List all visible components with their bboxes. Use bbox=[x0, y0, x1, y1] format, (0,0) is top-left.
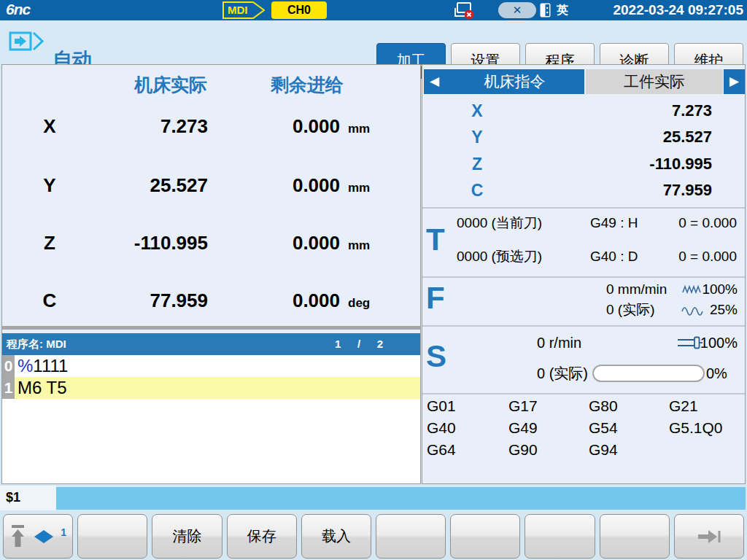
feed-value: 0 mm/min bbox=[606, 279, 667, 300]
gcode: G80 bbox=[589, 396, 618, 416]
softkey-empty-6[interactable] bbox=[376, 514, 446, 559]
axis-name: Y bbox=[465, 128, 489, 147]
nav-bar: 自动 加工 设置 程序 诊断 维护 bbox=[0, 20, 747, 64]
length-comp: G49 : H bbox=[590, 213, 638, 233]
program-code-view: 0 %1111 1 M6 T5 bbox=[2, 355, 420, 483]
axis-actual: 7.273 bbox=[87, 115, 208, 138]
program-header: 程序名: MDI 1 / 2 bbox=[2, 333, 420, 355]
cmd-axis-row-z: Z -110.995 bbox=[422, 155, 745, 175]
divider bbox=[422, 207, 745, 209]
line-separator: / bbox=[357, 333, 360, 355]
axis-row-y: Y 25.527 0.000 mm bbox=[2, 174, 420, 198]
axis-remaining: 0.000 bbox=[225, 289, 340, 312]
axis-remaining: 0.000 bbox=[225, 115, 340, 138]
axis-actual: -110.995 bbox=[87, 232, 208, 254]
gcode: G17 bbox=[508, 396, 538, 416]
gcode: G5.1Q0 bbox=[669, 418, 723, 438]
network-error-icon bbox=[452, 1, 476, 20]
ime-close-icon[interactable]: ✕ bbox=[498, 2, 536, 18]
softkey-bar: 1 清除 保存 载入 bbox=[0, 514, 747, 559]
gcode: G64 bbox=[427, 440, 456, 460]
softkey-clear[interactable]: 清除 bbox=[152, 514, 222, 559]
highlighted-code-line: M6 T5 bbox=[15, 377, 420, 399]
ime-keyboard-icon[interactable] bbox=[540, 3, 551, 18]
cmd-axis-row-y: Y 25.527 bbox=[422, 128, 745, 148]
top-status-bar: 6nc MDI CH0 ✕ 英 2022-03-24 09:27:05 bbox=[0, 0, 747, 20]
column-header-actual: 机床实际 bbox=[109, 73, 233, 97]
softkey-empty-9[interactable] bbox=[600, 514, 670, 559]
axis-actual: 77.959 bbox=[87, 289, 208, 312]
arrow-up-to-bar-icon bbox=[9, 524, 27, 549]
code-line-1[interactable]: 1 M6 T5 bbox=[2, 377, 420, 399]
softkey-load[interactable]: 载入 bbox=[301, 514, 371, 559]
divider bbox=[422, 325, 745, 327]
code-text: M6 T5 bbox=[18, 378, 67, 397]
softkey-return-top[interactable]: 1 bbox=[3, 514, 73, 559]
line-number: 1 bbox=[2, 377, 15, 399]
channel-button[interactable]: CH0 bbox=[271, 1, 327, 19]
coords-pager-left-icon[interactable]: ◀ bbox=[424, 69, 445, 94]
axis-row-x: X 7.273 0.000 mm bbox=[2, 115, 420, 139]
feed-row-command: 0 mm/min 100% bbox=[422, 279, 745, 300]
axis-value: 7.273 bbox=[551, 101, 712, 120]
spindle-load-percent: 0% bbox=[706, 363, 727, 384]
position-display: 机床实际 剩余进给 X 7.273 0.000 mm Y 25.527 0.00… bbox=[2, 65, 420, 330]
tool-row-current: 0000 (当前刀) G49 : H 0 = 0.000 bbox=[422, 213, 745, 233]
axis-unit: mm bbox=[348, 122, 370, 136]
spindle-row-command: 0 r/min 100% bbox=[422, 332, 745, 353]
axis-remaining: 0.000 bbox=[225, 174, 340, 197]
softkey-empty-7[interactable] bbox=[450, 514, 520, 559]
datetime-display: 2022-03-24 09:27:05 bbox=[613, 2, 743, 18]
arrow-right-to-bar-icon bbox=[697, 529, 721, 545]
axis-unit: deg bbox=[348, 296, 370, 311]
tab-machine-command[interactable]: 机床指令 bbox=[445, 69, 584, 94]
mdi-badge-label: MDI bbox=[228, 4, 248, 16]
jog-override-percent: 25% bbox=[691, 300, 738, 320]
code-line-0[interactable]: 0 %1111 bbox=[2, 355, 420, 377]
axis-actual: 25.527 bbox=[87, 174, 208, 197]
softkey-empty-8[interactable] bbox=[525, 514, 595, 559]
comp-value: 0 = 0.000 bbox=[678, 213, 737, 233]
gcode: G54 bbox=[589, 418, 618, 438]
line-number: 0 bbox=[2, 355, 15, 377]
axis-unit: mm bbox=[348, 238, 370, 253]
axis-value: -110.995 bbox=[551, 155, 712, 174]
axis-row-z: Z -110.995 0.000 mm bbox=[2, 232, 420, 255]
language-indicator[interactable]: 英 bbox=[557, 3, 568, 18]
auto-mode-icon bbox=[9, 31, 44, 52]
gcode: G94 bbox=[589, 440, 618, 460]
cnc-screen: 6nc MDI CH0 ✕ 英 2022-03-24 09:27:05 bbox=[0, 0, 747, 560]
line-total: 2 bbox=[377, 333, 383, 355]
divider bbox=[422, 276, 745, 278]
line-indicator: 1 / 2 bbox=[335, 333, 383, 355]
feed-row-actual: 0 (实际) 25% bbox=[422, 300, 745, 320]
gcode-row: G64 G90 G94 bbox=[422, 440, 745, 460]
axis-value: 77.959 bbox=[551, 181, 712, 200]
comp-value: 0 = 0.000 bbox=[678, 246, 737, 267]
axis-remaining: 0.000 bbox=[225, 232, 340, 254]
spindle-actual-value: 0 (实际) bbox=[537, 363, 588, 384]
message-bar bbox=[56, 487, 746, 510]
position-program-panel: 机床实际 剩余进给 X 7.273 0.000 mm Y 25.527 0.00… bbox=[1, 64, 421, 484]
softkey-empty-2[interactable] bbox=[77, 514, 147, 559]
tool-row-preselect: 0000 (预选刀) G40 : D 0 = 0.000 bbox=[422, 246, 745, 267]
diamond-icon bbox=[33, 529, 55, 545]
softkey-save[interactable]: 保存 bbox=[227, 514, 297, 559]
gcode: G21 bbox=[669, 396, 698, 416]
cmd-axis-row-x: X 7.273 bbox=[422, 101, 745, 122]
gcode: G01 bbox=[427, 396, 456, 416]
gcode-row: G01 G17 G80 G21 bbox=[422, 396, 745, 416]
axis-unit: mm bbox=[348, 181, 370, 195]
coords-pager-right-icon[interactable]: ▶ bbox=[724, 69, 745, 94]
gcode: G40 bbox=[427, 418, 456, 438]
preselect-tool: 0000 (预选刀) bbox=[457, 246, 542, 267]
axis-value: 25.527 bbox=[551, 128, 712, 147]
radius-comp: G40 : D bbox=[590, 246, 638, 267]
gcode-row: G40 G49 G54 G5.1Q0 bbox=[422, 418, 745, 438]
axis-name: X bbox=[36, 115, 63, 138]
hnc-logo: 6nc bbox=[6, 1, 30, 18]
line-current: 1 bbox=[335, 333, 341, 355]
column-header-remaining: 剩余进给 bbox=[245, 73, 369, 97]
softkey-next-menu[interactable] bbox=[674, 514, 744, 559]
tab-workpiece-actual[interactable]: 工件实际 bbox=[586, 69, 723, 94]
